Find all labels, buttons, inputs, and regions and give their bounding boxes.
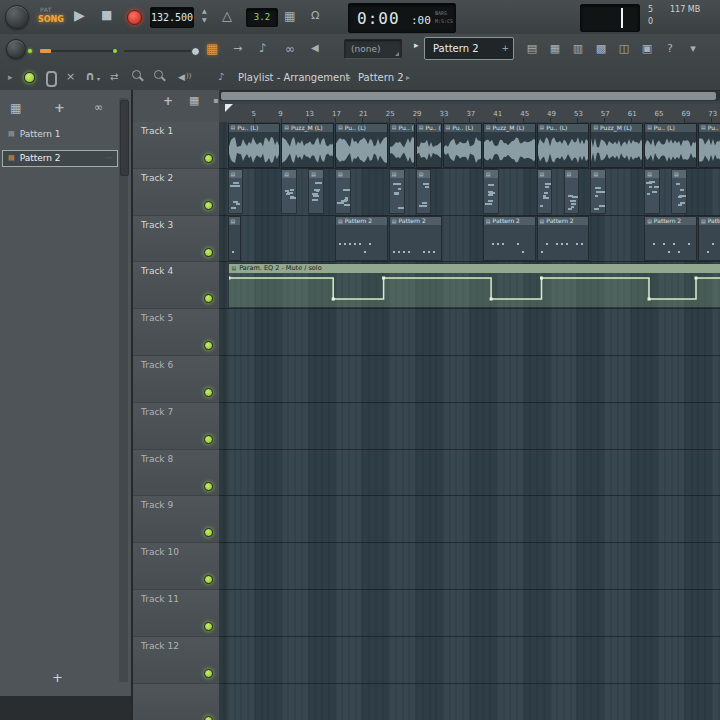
timeline-ruler[interactable]: 5913172125293337414549535761656973: [219, 104, 720, 123]
track-mute-led[interactable]: [204, 482, 213, 491]
typing-keyboard-icon[interactable]: ▦: [284, 10, 295, 22]
clip-audio[interactable]: ▤Pu.. (L): [335, 123, 388, 168]
playlist-hscrollbar[interactable]: [219, 91, 720, 101]
clip-pattern[interactable]: ▤Pattern 2: [698, 216, 720, 261]
picker-move-icon[interactable]: +: [54, 101, 65, 114]
metronome-icon[interactable]: △: [222, 9, 232, 22]
master-volume-slider[interactable]: [40, 50, 116, 52]
track-mute-led[interactable]: [204, 575, 213, 584]
playlist-panel-icon[interactable]: ▤: [522, 40, 542, 58]
add-pattern-button[interactable]: +: [52, 670, 63, 685]
track-header[interactable]: Track 3: [133, 216, 219, 263]
clip-pattern-small[interactable]: ▤: [308, 169, 324, 214]
plugin-picker-panel-icon[interactable]: ▣: [637, 40, 657, 58]
pattern-selector[interactable]: Pattern 2 +: [424, 37, 514, 60]
track-header[interactable]: Track 1: [133, 122, 219, 169]
track-mute-led[interactable]: [204, 294, 213, 303]
clip-audio[interactable]: ▤Pu..: [698, 123, 720, 168]
track-mute-led[interactable]: [204, 622, 213, 631]
clip-pattern[interactable]: ▤Pattern 2: [537, 216, 590, 261]
master-volume-handle[interactable]: [40, 49, 51, 53]
playlist-hscrollbar-thumb[interactable]: [221, 92, 716, 100]
clip-pattern-small[interactable]: ▤: [416, 169, 432, 214]
clip-pattern-small[interactable]: ▤: [281, 169, 297, 214]
master-pitch-slider[interactable]: [124, 50, 198, 52]
main-volume-knob[interactable]: [5, 5, 29, 29]
preview-speaker-icon[interactable]: ◀: [178, 73, 185, 82]
pat-mode-label[interactable]: PAT: [40, 6, 52, 13]
track-header[interactable]: Track 6: [133, 356, 219, 403]
song-mode-label[interactable]: SONG: [38, 15, 64, 24]
marker-icon[interactable]: ▪: [213, 97, 218, 105]
track-header[interactable]: [133, 684, 219, 720]
typing-to-piano-icon[interactable]: ▦: [206, 42, 218, 55]
record-countdown-led[interactable]: [24, 72, 35, 83]
pattern-nav-arrow[interactable]: ▸: [414, 41, 419, 50]
clip-pattern[interactable]: ▤Pattern 2: [483, 216, 536, 261]
clip-audio[interactable]: ▤Pu.. (L): [228, 123, 281, 168]
move-clips-icon[interactable]: +: [163, 95, 173, 107]
slide-tool-icon[interactable]: [46, 71, 57, 87]
link-icon[interactable]: ∞: [285, 43, 295, 55]
track-header[interactable]: Track 2: [133, 169, 219, 216]
pattern-list-item[interactable]: ▤Pattern 2⋯: [2, 150, 118, 167]
track-header[interactable]: Track 5: [133, 309, 219, 356]
playlist-menu-arrow[interactable]: ▸: [8, 73, 13, 82]
track-mute-led[interactable]: [204, 435, 213, 444]
clip-audio[interactable]: ▤Pu.. (L): [644, 123, 697, 168]
pat-song-toggle[interactable]: PAT SONG: [38, 4, 70, 30]
wait-icon[interactable]: Ω: [311, 10, 319, 21]
record-button[interactable]: [127, 10, 142, 25]
clip-pattern-small[interactable]: ▤: [228, 169, 244, 214]
pattern-scrollbar[interactable]: [119, 98, 128, 682]
clip-pattern[interactable]: ▤Pattern 2: [644, 216, 697, 261]
clip-pattern[interactable]: ▤: [228, 216, 242, 261]
playlist-subtitle[interactable]: Pattern 2: [358, 72, 404, 83]
clip-audio[interactable]: ▤Puzz_M (L): [281, 123, 334, 168]
clip-audio[interactable]: ▤Pu.. (L): [537, 123, 590, 168]
pattern-up-icon[interactable]: ▲: [202, 8, 207, 14]
snap-magnet-icon[interactable]: ∩: [85, 70, 95, 82]
audio-preview-icon[interactable]: ♪: [218, 72, 224, 82]
more-panels-icon[interactable]: ▾: [683, 40, 703, 58]
controller-dropdown[interactable]: (none): [344, 39, 402, 59]
clip-audio[interactable]: ▤Puzz_M (L): [590, 123, 643, 168]
time-display[interactable]: 0:00 :00 BARS M:S:CS: [348, 3, 456, 33]
channel-rack-panel-icon[interactable]: ▥: [568, 40, 588, 58]
track-mute-led[interactable]: [204, 341, 213, 350]
help-panel-icon[interactable]: ?: [660, 40, 680, 58]
add-pattern-quick-button[interactable]: +: [501, 43, 509, 53]
clip-pattern-small[interactable]: ▤: [389, 169, 405, 214]
master-pitch-handle[interactable]: [191, 47, 200, 56]
picker-link-icon[interactable]: ∞: [94, 102, 103, 113]
pattern-down-icon[interactable]: ▼: [202, 17, 207, 23]
track-mute-led[interactable]: [204, 669, 213, 678]
clip-audio[interactable]: ▤Puzz_M (L): [483, 123, 536, 168]
pattern-scrollbar-thumb[interactable]: [120, 100, 129, 176]
snap-dropdown-arrow[interactable]: ▾: [97, 76, 100, 82]
clip-pattern-small[interactable]: ▤: [483, 169, 499, 214]
mixer-panel-icon[interactable]: ▩: [591, 40, 611, 58]
clip-pattern-small[interactable]: ▤: [564, 169, 580, 214]
clip-pattern[interactable]: ▤Pattern 2: [389, 216, 442, 261]
picker-grid-icon[interactable]: ▦: [10, 102, 21, 114]
play-button[interactable]: ▶: [74, 8, 85, 22]
automation-curve[interactable]: [229, 273, 720, 308]
clip-pattern-small[interactable]: ▤: [537, 169, 553, 214]
pattern-list-item[interactable]: ▤Pattern 1: [2, 126, 118, 143]
clip-audio[interactable]: ▤Pu.. (L): [389, 123, 415, 168]
track-header[interactable]: Track 11: [133, 590, 219, 637]
clip-automation[interactable]: ▤Param. EQ 2 - Mute / solo: [228, 263, 720, 308]
track-header[interactable]: Track 8: [133, 450, 219, 497]
tempo-display[interactable]: 132.500: [150, 7, 194, 28]
browser-panel-icon[interactable]: ◫: [614, 40, 634, 58]
track-mute-led[interactable]: [204, 388, 213, 397]
track-header[interactable]: Track 7: [133, 403, 219, 450]
track-mute-led[interactable]: [204, 716, 213, 720]
clip-pattern-small[interactable]: ▤: [335, 169, 351, 214]
track-mute-led[interactable]: [204, 248, 213, 257]
piano-roll-panel-icon[interactable]: ▦: [545, 40, 565, 58]
master-pitch-knob[interactable]: [6, 39, 26, 59]
track-header[interactable]: Track 9: [133, 496, 219, 543]
playhead-marker[interactable]: [225, 104, 233, 112]
